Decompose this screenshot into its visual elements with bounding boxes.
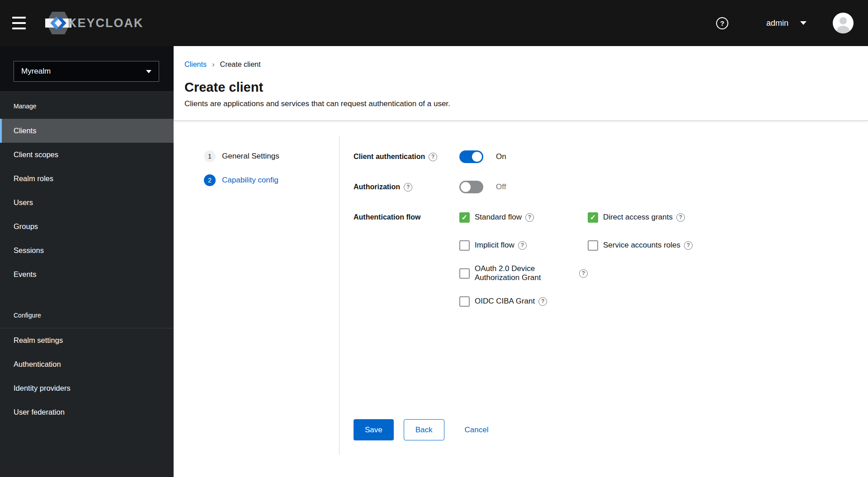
back-button[interactable]: Back: [404, 419, 444, 440]
sidebar-item-users[interactable]: Users: [0, 191, 174, 215]
nav-section-configure: Configure: [14, 312, 174, 321]
wizard-divider: [339, 136, 340, 454]
flow-option-label: Implicit flow: [475, 241, 514, 250]
help-icon[interactable]: ?: [579, 269, 588, 278]
realm-name: Myrealm: [21, 67, 51, 76]
keycloak-logo: KEYCLOAK: [45, 10, 144, 36]
chevron-down-icon: [146, 70, 151, 73]
page-title: Create client: [184, 80, 857, 95]
avatar[interactable]: [833, 13, 854, 33]
sidebar-item-authentication[interactable]: Authentication: [0, 352, 174, 376]
checkbox-unchecked[interactable]: [459, 240, 470, 251]
realm-selector[interactable]: Myrealm: [14, 61, 159, 82]
wizard-step-capability-config[interactable]: 2 Capability config: [204, 174, 339, 186]
flow-option: Implicit flow?: [459, 240, 588, 251]
step-number: 2: [204, 174, 216, 186]
checkbox-unchecked[interactable]: [588, 240, 598, 251]
client-authentication-label: Client authentication: [354, 153, 425, 161]
username: admin: [766, 19, 788, 28]
step-number: 1: [204, 150, 216, 162]
flow-option-label: Standard flow: [475, 213, 522, 222]
realm-section: Myrealm: [0, 46, 174, 92]
checkbox-checked[interactable]: ✓: [588, 212, 598, 223]
cancel-button[interactable]: Cancel: [465, 426, 489, 435]
wizard-step-general-settings[interactable]: 1 General Settings: [204, 150, 339, 162]
checkbox-checked[interactable]: ✓: [459, 212, 470, 223]
breadcrumb-clients-link[interactable]: Clients: [184, 61, 207, 69]
sidebar-item-clients[interactable]: Clients: [0, 119, 174, 143]
flow-option-label: OIDC CIBA Grant: [475, 297, 535, 306]
capability-config-form: Client authentication ? On Authorization…: [339, 121, 868, 477]
sidebar: Myrealm Manage ClientsClient scopesRealm…: [0, 46, 174, 477]
step-label: General Settings: [222, 152, 279, 161]
breadcrumb: Clients › Create client: [184, 60, 857, 69]
masthead: KEYCLOAK ? admin: [0, 0, 868, 46]
checkbox-unchecked[interactable]: [459, 268, 470, 279]
user-menu[interactable]: admin: [766, 19, 807, 28]
flow-option-label: OAuth 2.0 Device Authorization Grant: [475, 264, 576, 282]
help-icon[interactable]: ?: [538, 297, 547, 306]
nav-section-manage: Manage: [14, 103, 174, 112]
sidebar-item-client-scopes[interactable]: Client scopes: [0, 143, 174, 167]
authorization-toggle[interactable]: [459, 181, 483, 193]
sidebar-item-user-federation[interactable]: User federation: [0, 400, 174, 424]
help-icon[interactable]: ?: [404, 183, 412, 192]
flow-option: ✓Standard flow?: [459, 212, 588, 223]
page-description: Clients are applications and services th…: [184, 99, 857, 108]
flow-option: OIDC CIBA Grant?: [459, 296, 588, 307]
help-icon[interactable]: ?: [518, 241, 527, 250]
client-authentication-toggle[interactable]: [459, 150, 483, 163]
flow-option: Service accounts roles?: [588, 240, 693, 251]
checkbox-unchecked[interactable]: [459, 296, 470, 307]
page-header: Clients › Create client Create client Cl…: [174, 46, 868, 121]
sidebar-item-realm-settings[interactable]: Realm settings: [0, 328, 174, 352]
flow-option: ✓Direct access grants?: [588, 212, 685, 223]
client-authentication-state: On: [496, 152, 506, 161]
wizard-steps: 1 General Settings 2 Capability config: [174, 121, 339, 477]
sidebar-item-events[interactable]: Events: [0, 262, 174, 286]
authentication-flow-label: Authentication flow: [354, 213, 420, 221]
form-actions: Save Back Cancel: [354, 419, 868, 440]
help-icon[interactable]: ?: [525, 213, 534, 222]
help-icon[interactable]: ?: [684, 241, 693, 250]
authorization-state: Off: [496, 182, 506, 192]
authorization-label: Authorization: [354, 183, 400, 191]
brand-wordmark: KEYCLOAK: [68, 16, 144, 30]
sidebar-item-groups[interactable]: Groups: [0, 215, 174, 238]
help-icon[interactable]: ?: [716, 17, 728, 29]
sidebar-item-sessions[interactable]: Sessions: [0, 238, 174, 262]
help-icon[interactable]: ?: [429, 153, 437, 161]
flow-option: OAuth 2.0 Device Authorization Grant?: [459, 264, 588, 282]
step-label: Capability config: [222, 176, 278, 185]
flow-option-label: Service accounts roles: [603, 241, 680, 250]
sidebar-item-realm-roles[interactable]: Realm roles: [0, 167, 174, 191]
authentication-flow-options: ✓Standard flow?✓Direct access grants?Imp…: [459, 210, 693, 323]
chevron-down-icon: [800, 21, 807, 25]
sidebar-item-identity-providers[interactable]: Identity providers: [0, 376, 174, 400]
hamburger-menu-icon[interactable]: [10, 16, 28, 30]
help-icon[interactable]: ?: [676, 213, 685, 222]
breadcrumb-separator-icon: ›: [212, 60, 215, 69]
flow-option-label: Direct access grants: [603, 213, 673, 222]
save-button[interactable]: Save: [354, 419, 394, 440]
breadcrumb-current: Create client: [220, 61, 261, 69]
